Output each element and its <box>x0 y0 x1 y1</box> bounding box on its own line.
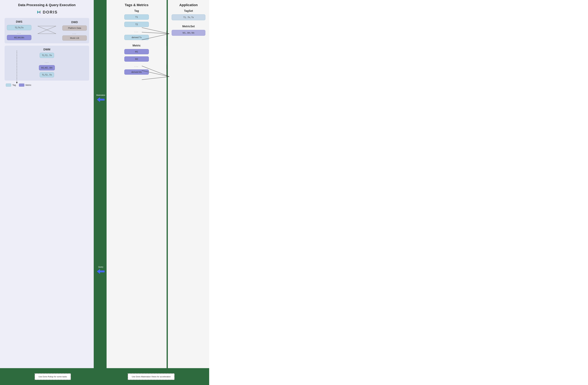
dws-metric-box: M2,M4,Mn <box>7 35 31 40</box>
materialize-arrow-icon <box>97 97 105 102</box>
metric-m2-box: M2 <box>124 56 149 62</box>
dws-dots: ... <box>7 31 31 34</box>
doris-logo: DORIS <box>5 9 89 15</box>
legend-metric-label: Metric <box>26 84 31 86</box>
dws-dwd-container: DWS T2,T4,Tn ... M2,M4,Mn <box>5 18 89 43</box>
query-arrow-icon <box>97 269 105 274</box>
dwm-dots: ... <box>45 60 49 64</box>
materialize-note: Use Doris Materialize Views for accelera… <box>128 373 175 380</box>
tag-derived-box: derived Tx <box>124 35 149 40</box>
tags-metrics-panel: Tags & Metrics Tag T1 T2 ... derived Tx … <box>106 0 168 368</box>
tag-t1-box: T1 <box>124 14 149 20</box>
tag-dots: ... <box>134 30 139 33</box>
dwd-title: DWD <box>62 21 87 24</box>
legend: Tag Metric <box>5 83 89 87</box>
materialize-arrow-group: Materialize <box>96 94 105 102</box>
tagset-title: TagSet <box>172 9 205 13</box>
music-lib-box: Music Lib <box>62 35 87 41</box>
query-arrow-group: Query <box>97 266 105 274</box>
legend-tag-box <box>6 84 11 87</box>
tag-group-title: Tag <box>110 9 163 13</box>
dwm-tag-box2: T1,T2...Tn <box>40 72 54 77</box>
dwd-dots: ... <box>62 32 87 35</box>
cross-svg <box>34 23 59 38</box>
metric-group-title: Metric <box>110 44 163 47</box>
cross-lines <box>34 23 59 38</box>
dwd-section: DWD Platform Data ... Music Lib <box>62 21 87 41</box>
app-panel-title: Application <box>172 3 205 7</box>
doris-logo-icon <box>36 9 42 15</box>
svg-marker-8 <box>97 269 105 274</box>
metricset-title: MetricSet <box>172 25 205 28</box>
svg-marker-7 <box>97 97 105 102</box>
legend-metric-box <box>19 84 24 87</box>
tag-group: Tag T1 T2 ... derived Tx <box>110 9 163 41</box>
query-label: Query <box>98 266 103 268</box>
middle-col: Materialize Query <box>95 0 106 368</box>
metric-m1-box: M1 <box>124 49 149 54</box>
metricset-box: M1...Mn, Mx <box>172 30 205 36</box>
left-panel: Data Processing & Query Execution DORIS … <box>0 0 95 368</box>
tm-to-set-lines <box>165 15 168 92</box>
full-layout: Data Processing & Query Execution DORIS … <box>0 0 209 385</box>
tags-metrics-title: Tags & Metrics <box>110 3 163 7</box>
tag-t2-box: T2 <box>124 22 149 27</box>
doris-text: DORIS <box>43 10 58 15</box>
metricset-group: MetricSet M1...Mn, Mx <box>172 25 205 36</box>
dws-dwd-inner: DWS T2,T4,Tn ... M2,M4,Mn <box>7 20 87 41</box>
bottom-footer: Use Doris Rollup for some tasks Use Dori… <box>0 368 209 385</box>
dws-section: DWS T2,T4,Tn ... M2,M4,Mn <box>7 20 31 41</box>
dwm-title: DWM <box>7 48 87 51</box>
legend-tag-label: Tag <box>12 84 16 86</box>
metric-group: Metric M1 M2 ... derived Mx <box>110 44 163 76</box>
left-panel-title: Data Processing & Query Execution <box>5 3 89 7</box>
rollup-note: Use Doris Rollup for some tasks <box>35 373 71 380</box>
dwm-container: DWM T1,T2...Tn ... M1,M2...Mn T1,T2...Tn <box>5 46 89 81</box>
metric-derived-box: derived Mx <box>124 69 149 75</box>
dws-tag-box: T2,T4,Tn <box>7 25 31 30</box>
dwm-metric-box: M1,M2...Mn <box>39 65 55 70</box>
tagset-group: TagSet T1...Tn, Tx <box>172 9 205 20</box>
application-panel: Application TagSet T1...Tn, Tx MetricSet… <box>168 0 209 368</box>
dws-title: DWS <box>7 20 31 23</box>
legend-metric-item: Metric <box>19 84 31 87</box>
metric-dots: ... <box>134 64 139 68</box>
materialize-label: Materialize <box>96 94 105 96</box>
tagset-box: T1...Tn, Tx <box>172 14 205 20</box>
platform-data-box: Platform Data <box>62 25 87 31</box>
dwm-boxes: T1,T2...Tn ... M1,M2...Mn T1,T2...Tn <box>35 53 59 78</box>
legend-tag-item: Tag <box>6 84 16 87</box>
dwm-tag-box1: T1,T2...Tn <box>40 53 54 58</box>
content-area: Data Processing & Query Execution DORIS … <box>0 0 209 368</box>
